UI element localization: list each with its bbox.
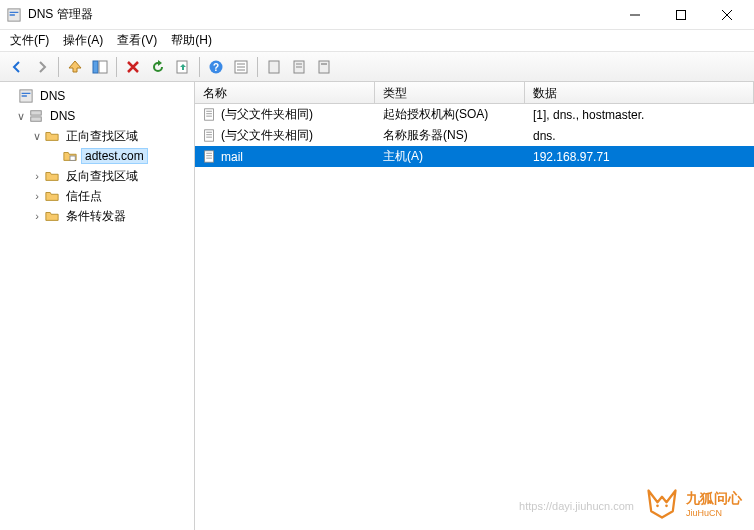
list-panel: 名称 类型 数据 (与父文件夹相同) 起始授权机构(SOA) [1], dns.… — [195, 82, 754, 530]
svg-rect-6 — [99, 61, 107, 73]
cell-name: (与父文件夹相同) — [221, 127, 313, 144]
minimize-button[interactable] — [612, 0, 658, 30]
svg-rect-2 — [677, 10, 686, 19]
cell-name: mail — [221, 150, 243, 164]
refresh-button[interactable] — [147, 56, 169, 78]
watermark-url: https://dayi.jiuhucn.com — [519, 500, 634, 512]
watermark: 九狐问心 JiuHuCN — [644, 486, 742, 522]
svg-point-36 — [656, 504, 659, 507]
filter-button-3[interactable] — [313, 56, 335, 78]
record-icon — [203, 108, 217, 122]
menubar: 文件(F) 操作(A) 查看(V) 帮助(H) — [0, 30, 754, 52]
export-button[interactable] — [172, 56, 194, 78]
cell-type: 名称服务器(NS) — [375, 125, 525, 146]
up-button[interactable] — [64, 56, 86, 78]
menu-action[interactable]: 操作(A) — [63, 32, 103, 49]
svg-rect-18 — [319, 61, 329, 73]
separator — [199, 57, 200, 77]
tree-forward-lookup[interactable]: ∨ 正向查找区域 — [2, 126, 192, 146]
close-button[interactable] — [704, 0, 750, 30]
expand-icon[interactable]: › — [30, 170, 44, 182]
table-row[interactable]: (与父文件夹相同) 名称服务器(NS) dns. — [195, 125, 754, 146]
forward-button[interactable] — [31, 56, 53, 78]
cell-type: 主机(A) — [375, 146, 525, 167]
tree-label: 正向查找区域 — [63, 128, 141, 145]
expand-icon[interactable]: › — [30, 190, 44, 202]
filter-button-2[interactable] — [288, 56, 310, 78]
server-icon — [28, 108, 44, 124]
delete-button[interactable] — [122, 56, 144, 78]
svg-rect-19 — [321, 63, 327, 65]
tree-label: 条件转发器 — [63, 208, 129, 225]
svg-rect-5 — [93, 61, 98, 73]
cell-type: 起始授权机构(SOA) — [375, 104, 525, 125]
watermark-brand: 九狐问心 — [686, 490, 742, 508]
svg-rect-14 — [269, 61, 279, 73]
toolbar: ? — [0, 52, 754, 82]
svg-rect-28 — [205, 130, 214, 141]
maximize-button[interactable] — [658, 0, 704, 30]
expand-icon[interactable]: › — [30, 210, 44, 222]
filter-button-1[interactable] — [263, 56, 285, 78]
svg-rect-23 — [70, 156, 75, 160]
svg-point-37 — [665, 504, 668, 507]
record-icon — [203, 129, 217, 143]
cell-data: dns. — [525, 127, 754, 145]
show-hide-button[interactable] — [89, 56, 111, 78]
tree-panel: DNS ∨ DNS ∨ 正向查找区域 adtest.com › 反向查找区域 ›… — [0, 82, 195, 530]
folder-icon — [44, 208, 60, 224]
zone-icon — [62, 148, 78, 164]
tree-root-dns[interactable]: DNS — [2, 86, 192, 106]
folder-icon — [44, 188, 60, 204]
app-icon — [4, 5, 24, 25]
help-button[interactable]: ? — [205, 56, 227, 78]
menu-help[interactable]: 帮助(H) — [171, 32, 212, 49]
tree-reverse-lookup[interactable]: › 反向查找区域 — [2, 166, 192, 186]
folder-icon — [44, 128, 60, 144]
list-header: 名称 类型 数据 — [195, 82, 754, 104]
fox-icon — [644, 486, 680, 522]
collapse-icon[interactable]: ∨ — [14, 110, 28, 123]
column-header-name[interactable]: 名称 — [195, 82, 375, 103]
tree-zone-adtest[interactable]: adtest.com — [2, 146, 192, 166]
separator — [257, 57, 258, 77]
tree-server-dns[interactable]: ∨ DNS — [2, 106, 192, 126]
svg-rect-22 — [31, 117, 42, 121]
record-icon — [203, 150, 217, 164]
tree-conditional-forwarders[interactable]: › 条件转发器 — [2, 206, 192, 226]
cell-name: (与父文件夹相同) — [221, 106, 313, 123]
svg-rect-32 — [205, 151, 214, 162]
cell-data: 192.168.97.71 — [525, 148, 754, 166]
tree-label: DNS — [47, 109, 78, 123]
column-header-data[interactable]: 数据 — [525, 82, 754, 103]
tree-label: adtest.com — [81, 148, 148, 164]
tree-trust-points[interactable]: › 信任点 — [2, 186, 192, 206]
svg-rect-24 — [205, 109, 214, 120]
column-header-type[interactable]: 类型 — [375, 82, 525, 103]
properties-button[interactable] — [230, 56, 252, 78]
separator — [116, 57, 117, 77]
tree-label: 信任点 — [63, 188, 105, 205]
folder-icon — [44, 168, 60, 184]
menu-view[interactable]: 查看(V) — [117, 32, 157, 49]
table-row[interactable]: mail 主机(A) 192.168.97.71 — [195, 146, 754, 167]
window-title: DNS 管理器 — [28, 6, 612, 23]
svg-text:?: ? — [213, 62, 219, 73]
cell-data: [1], dns., hostmaster. — [525, 106, 754, 124]
titlebar: DNS 管理器 — [0, 0, 754, 30]
dns-root-icon — [18, 88, 34, 104]
svg-rect-21 — [31, 111, 42, 115]
back-button[interactable] — [6, 56, 28, 78]
separator — [58, 57, 59, 77]
menu-file[interactable]: 文件(F) — [10, 32, 49, 49]
collapse-icon[interactable]: ∨ — [30, 130, 44, 143]
table-row[interactable]: (与父文件夹相同) 起始授权机构(SOA) [1], dns., hostmas… — [195, 104, 754, 125]
tree-label: DNS — [37, 89, 68, 103]
watermark-sub: JiuHuCN — [686, 508, 742, 518]
tree-label: 反向查找区域 — [63, 168, 141, 185]
